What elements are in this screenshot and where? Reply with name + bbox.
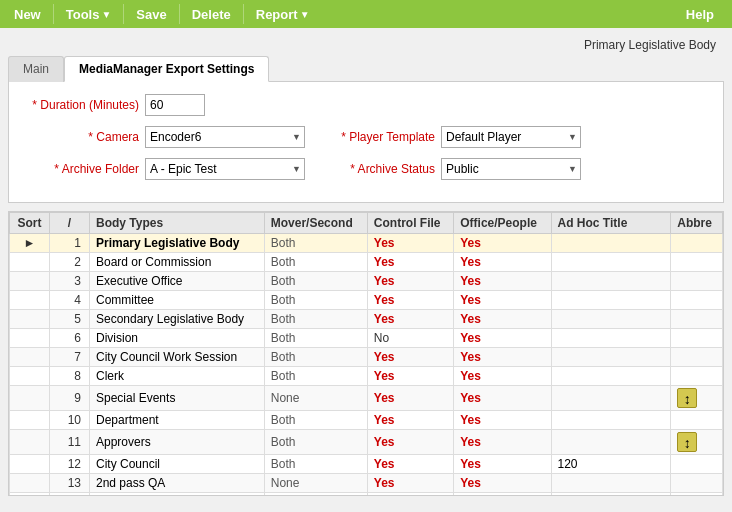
adhoc-title: [551, 411, 671, 430]
save-button[interactable]: Save: [126, 0, 176, 28]
row-number: 10: [50, 411, 90, 430]
row-select-arrow: [10, 493, 50, 497]
office-people: Yes: [454, 430, 551, 455]
archive-folder-select[interactable]: A - Epic Test: [145, 158, 305, 180]
adhoc-title: [551, 234, 671, 253]
row-select-arrow: [10, 411, 50, 430]
archive-status-select[interactable]: Public: [441, 158, 581, 180]
table-row[interactable]: 6DivisionBothNoYes: [10, 329, 723, 348]
camera-select[interactable]: Encoder6: [145, 126, 305, 148]
table-row[interactable]: 10DepartmentBothYesYes: [10, 411, 723, 430]
adhoc-title: [551, 386, 671, 411]
tools-arrow-icon: ▼: [101, 9, 111, 20]
table-row[interactable]: 7City Council Work SessionBothYesYes: [10, 348, 723, 367]
camera-select-wrapper: Encoder6: [145, 126, 305, 148]
sort-updown-icon[interactable]: ↕: [677, 432, 697, 452]
row-select-arrow: [10, 310, 50, 329]
report-button[interactable]: Report ▼: [246, 0, 320, 28]
adhoc-title: Messing around w: [551, 493, 671, 497]
row-number: 14: [50, 493, 90, 497]
office-people: Yes: [454, 291, 551, 310]
primary-body-label: Primary Legislative Body: [8, 34, 724, 56]
adhoc-title: [551, 430, 671, 455]
office-people: Yes: [454, 493, 551, 497]
abbre: [671, 348, 723, 367]
body-types-table-area: Sort / Body Types Mover/Second Control F…: [8, 211, 724, 496]
abbre: [671, 234, 723, 253]
row-number: 3: [50, 272, 90, 291]
office-people: Yes: [454, 234, 551, 253]
player-template-select[interactable]: Default Player: [441, 126, 581, 148]
office-people: Yes: [454, 386, 551, 411]
separator-4: [243, 4, 244, 24]
office-people: Yes: [454, 329, 551, 348]
row-number: 5: [50, 310, 90, 329]
abbre: [671, 411, 723, 430]
mover-second: Both: [264, 493, 367, 497]
delete-button[interactable]: Delete: [182, 0, 241, 28]
row-number: 12: [50, 455, 90, 474]
sort-updown-icon[interactable]: ↕: [677, 388, 697, 408]
tab-main[interactable]: Main: [8, 56, 64, 82]
control-file: Yes: [367, 272, 453, 291]
col-body-types: Body Types: [90, 213, 265, 234]
archive-folder-label: * Archive Folder: [25, 162, 145, 176]
body-type-name: Board or Commission: [90, 253, 265, 272]
archive-row: * Archive Folder A - Epic Test * Archive…: [25, 158, 707, 180]
table-row[interactable]: 8ClerkBothYesYes: [10, 367, 723, 386]
camera-player-row: * Camera Encoder6 * Player Template Defa…: [25, 126, 707, 148]
table-row[interactable]: ►1Primary Legislative BodyBothYesYes: [10, 234, 723, 253]
table-row[interactable]: 11ApproversBothYesYes↕: [10, 430, 723, 455]
camera-label: * Camera: [25, 130, 145, 144]
separator-3: [179, 4, 180, 24]
mover-second: Both: [264, 329, 367, 348]
tools-button[interactable]: Tools ▼: [56, 0, 122, 28]
row-select-arrow: [10, 367, 50, 386]
office-people: Yes: [454, 455, 551, 474]
row-select-arrow: ►: [10, 234, 50, 253]
table-row[interactable]: 2Board or CommissionBothYesYes: [10, 253, 723, 272]
office-people: Yes: [454, 367, 551, 386]
tabs: Main MediaManager Export Settings: [8, 56, 724, 82]
table-row[interactable]: 9Special EventsNoneYesYes↕: [10, 386, 723, 411]
row-number: 8: [50, 367, 90, 386]
help-button[interactable]: Help: [672, 3, 728, 26]
row-select-arrow: [10, 455, 50, 474]
adhoc-title: [551, 367, 671, 386]
duration-input[interactable]: [145, 94, 205, 116]
row-number: 9: [50, 386, 90, 411]
control-file: Yes: [367, 493, 453, 497]
mover-second: Both: [264, 411, 367, 430]
mover-second: Both: [264, 310, 367, 329]
table-row[interactable]: 14New Body TypeBothYesYesMessing around …: [10, 493, 723, 497]
abbre: [671, 493, 723, 497]
body-type-name: New Body Type: [90, 493, 265, 497]
report-arrow-icon: ▼: [300, 9, 310, 20]
adhoc-title: [551, 329, 671, 348]
mover-second: Both: [264, 291, 367, 310]
office-people: Yes: [454, 253, 551, 272]
tab-mediamanager[interactable]: MediaManager Export Settings: [64, 56, 269, 82]
control-file: Yes: [367, 348, 453, 367]
office-people: Yes: [454, 348, 551, 367]
new-button[interactable]: New: [4, 0, 51, 28]
office-people: Yes: [454, 310, 551, 329]
mover-second: Both: [264, 455, 367, 474]
row-select-arrow: [10, 474, 50, 493]
table-row[interactable]: 12City CouncilBothYesYes120: [10, 455, 723, 474]
table-row[interactable]: 4CommitteeBothYesYes: [10, 291, 723, 310]
row-number: 13: [50, 474, 90, 493]
table-row[interactable]: 132nd pass QANoneYesYes: [10, 474, 723, 493]
control-file: Yes: [367, 310, 453, 329]
table-row[interactable]: 5Secondary Legislative BodyBothYesYes: [10, 310, 723, 329]
abbre: [671, 253, 723, 272]
report-label: Report: [256, 7, 298, 22]
separator-1: [53, 4, 54, 24]
control-file: Yes: [367, 474, 453, 493]
row-number: 7: [50, 348, 90, 367]
abbre: [671, 474, 723, 493]
archive-status-label: * Archive Status: [321, 162, 441, 176]
adhoc-title: 120: [551, 455, 671, 474]
table-row[interactable]: 3Executive OfficeBothYesYes: [10, 272, 723, 291]
tools-label: Tools: [66, 7, 100, 22]
